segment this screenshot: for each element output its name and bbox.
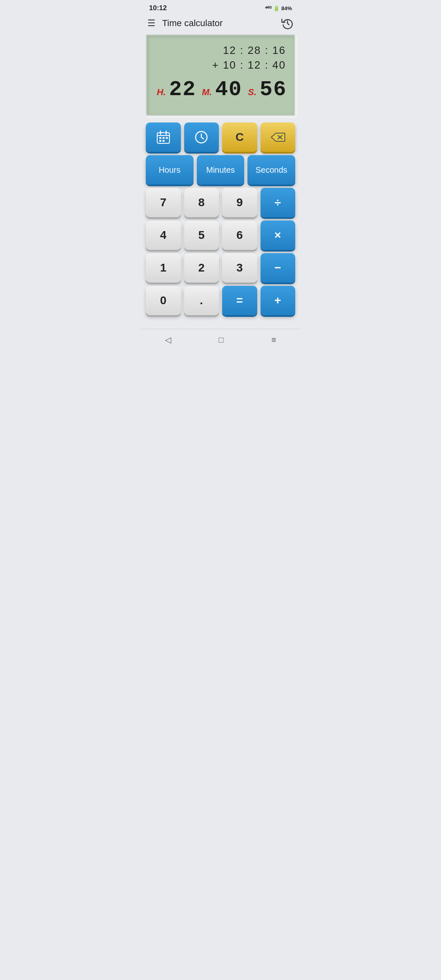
- btn-dot[interactable]: .: [184, 286, 219, 315]
- btn-2[interactable]: 2: [184, 253, 219, 283]
- calculator-display: 12 : 28 : 16 + 10 : 12 : 40 H. 22 M. 40 …: [146, 34, 295, 116]
- multiply-icon: ×: [274, 229, 281, 242]
- hours-label: H.: [157, 87, 166, 98]
- backspace-button[interactable]: [261, 122, 296, 152]
- battery-percent: 84%: [281, 5, 292, 11]
- minutes-label: M.: [202, 87, 212, 98]
- btn-equals[interactable]: =: [222, 286, 257, 315]
- minutes-label-btn: Minutes: [206, 165, 235, 175]
- clear-label: C: [236, 131, 244, 144]
- status-time: 10:12: [149, 4, 167, 12]
- hours-button[interactable]: Hours: [146, 155, 194, 185]
- clock-icon: [194, 129, 209, 145]
- display-lines: 12 : 28 : 16 + 10 : 12 : 40: [155, 43, 286, 73]
- btn-divide[interactable]: ÷: [261, 188, 296, 217]
- display-line2: + 10 : 12 : 40: [155, 58, 286, 72]
- equals-icon: =: [236, 294, 243, 307]
- nav-home-button[interactable]: □: [219, 335, 224, 345]
- menu-button[interactable]: ☰: [147, 19, 156, 28]
- svg-rect-5: [163, 137, 165, 139]
- btn-7[interactable]: 7: [146, 188, 181, 217]
- btn-1[interactable]: 1: [146, 253, 181, 283]
- app-title: Time calculator: [162, 18, 223, 29]
- svg-rect-8: [163, 140, 165, 142]
- seconds-button[interactable]: Seconds: [247, 155, 295, 185]
- clock-button[interactable]: [184, 122, 219, 152]
- calendar-button[interactable]: [146, 122, 181, 152]
- btn-row-3: 7 8 9 ÷: [146, 188, 295, 217]
- subtract-icon: −: [274, 261, 281, 274]
- seconds-label-btn: Seconds: [256, 165, 287, 175]
- hours-value: 22: [169, 78, 196, 102]
- dot-icon: .: [200, 294, 203, 307]
- svg-rect-6: [166, 137, 168, 139]
- display-line1: 12 : 28 : 16: [155, 43, 286, 58]
- btn-row-6: 0 . = +: [146, 286, 295, 315]
- backspace-icon: [270, 131, 285, 143]
- btn-add[interactable]: +: [261, 286, 296, 315]
- calendar-icon: [156, 129, 171, 145]
- btn-6[interactable]: 6: [222, 220, 257, 250]
- signal-icon: ⁴⁶ᴳ: [265, 5, 272, 11]
- add-icon: +: [274, 294, 281, 307]
- svg-rect-7: [159, 140, 161, 142]
- btn-3[interactable]: 3: [222, 253, 257, 283]
- nav-back-button[interactable]: ◁: [165, 335, 171, 345]
- result-seconds-group: S. 56: [248, 78, 287, 102]
- result-minutes-group: M. 40: [202, 78, 248, 102]
- btn-4[interactable]: 4: [146, 220, 181, 250]
- seconds-value: 56: [260, 78, 287, 102]
- btn-row-5: 1 2 3 −: [146, 253, 295, 283]
- status-icons: ⁴⁶ᴳ 🔋 84%: [265, 5, 292, 11]
- seconds-label: S.: [248, 87, 256, 98]
- btn-multiply[interactable]: ×: [261, 220, 296, 250]
- btn-9[interactable]: 9: [222, 188, 257, 217]
- nav-bar: ◁ □ ≡: [141, 329, 300, 353]
- clear-button[interactable]: C: [222, 122, 257, 152]
- history-button[interactable]: [281, 17, 294, 29]
- nav-menu-button[interactable]: ≡: [272, 335, 276, 345]
- battery-icon: 🔋: [273, 5, 280, 11]
- divide-icon: ÷: [275, 196, 281, 209]
- btn-8[interactable]: 8: [184, 188, 219, 217]
- top-bar-left: ☰ Time calculator: [147, 18, 223, 29]
- minutes-value: 40: [215, 78, 242, 102]
- btn-0[interactable]: 0: [146, 286, 181, 315]
- btn-row-1: C: [146, 122, 295, 152]
- btn-5[interactable]: 5: [184, 220, 219, 250]
- top-bar: ☰ Time calculator: [141, 15, 300, 34]
- btn-row-2: Hours Minutes Seconds: [146, 155, 295, 185]
- display-result: H. 22 M. 40 S. 56: [155, 78, 286, 102]
- btn-subtract[interactable]: −: [261, 253, 296, 283]
- status-bar: 10:12 ⁴⁶ᴳ 🔋 84%: [141, 0, 300, 15]
- hours-label-btn: Hours: [159, 165, 180, 175]
- minutes-button[interactable]: Minutes: [197, 155, 245, 185]
- result-hours-group: H. 22: [157, 78, 202, 102]
- btn-row-4: 4 5 6 ×: [146, 220, 295, 250]
- svg-rect-4: [159, 137, 161, 139]
- keypad: C Hours Minutes Seconds 7 8 9: [141, 122, 300, 322]
